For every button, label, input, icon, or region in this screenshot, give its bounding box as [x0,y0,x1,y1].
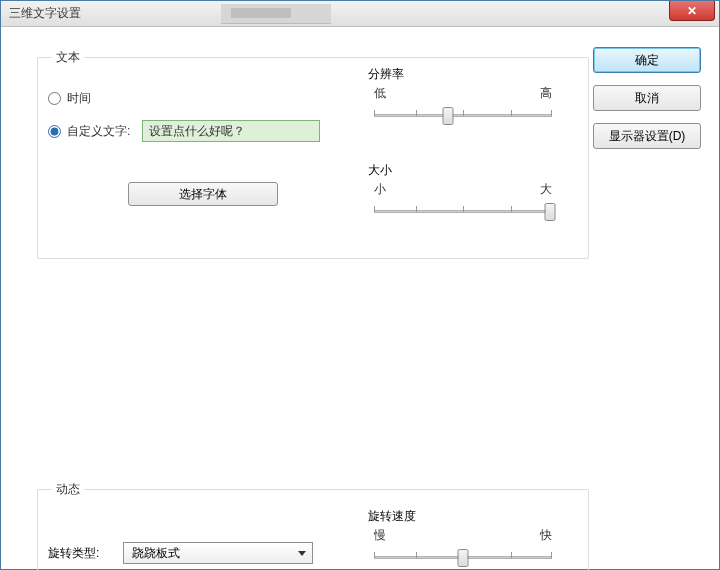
speed-slider[interactable] [368,544,558,570]
resolution-slider[interactable] [368,102,558,130]
radio-custom-text-label: 自定义文字: [67,123,130,140]
custom-text-input[interactable] [142,120,320,142]
close-icon: ✕ [687,4,697,18]
speed-slow-label: 慢 [374,527,386,544]
resolution-high-label: 高 [540,85,552,102]
spin-type-combobox[interactable]: 跷跷板式 [123,542,313,564]
choose-font-button[interactable]: 选择字体 [128,182,278,206]
dialog-window: 三维文字设置 ✕ 确定 取消 显示器设置(D) 文本 时间 自定义文 [0,0,720,570]
chevron-down-icon [298,551,306,556]
speed-title: 旋转速度 [368,508,558,525]
speed-slider-thumb[interactable] [458,549,469,567]
radio-time-input[interactable] [48,92,61,105]
speed-slider-block: 旋转速度 慢 快 [368,508,558,570]
spin-type-label: 旋转类型: [48,545,99,562]
size-title: 大小 [368,162,558,179]
radio-time[interactable]: 时间 [48,90,91,107]
resolution-title: 分辨率 [368,66,558,83]
resolution-slider-block: 分辨率 低 高 [368,66,558,130]
group-text-legend: 文本 [52,49,84,66]
radio-custom-text[interactable]: 自定义文字: [48,123,130,140]
size-small-label: 小 [374,181,386,198]
resolution-low-label: 低 [374,85,386,102]
size-slider-thumb[interactable] [545,203,556,221]
group-motion-legend: 动态 [52,481,84,498]
right-button-column: 确定 取消 显示器设置(D) [593,47,701,149]
ok-button[interactable]: 确定 [593,47,701,73]
cancel-button[interactable]: 取消 [593,85,701,111]
size-slider-block: 大小 小 大 [368,162,558,226]
client-area: 确定 取消 显示器设置(D) 文本 时间 自定义文字: 选择字体 [1,27,719,569]
radio-custom-text-input[interactable] [48,125,61,138]
speed-fast-label: 快 [540,527,552,544]
group-text: 文本 时间 自定义文字: 选择字体 分辨率 [37,49,589,259]
resolution-slider-thumb[interactable] [442,107,453,125]
group-motion: 动态 旋转类型: 跷跷板式 旋转速度 慢 快 [37,481,589,570]
close-button[interactable]: ✕ [669,1,715,21]
display-settings-button[interactable]: 显示器设置(D) [593,123,701,149]
background-tab [221,4,331,24]
window-title: 三维文字设置 [9,5,81,22]
radio-time-label: 时间 [67,90,91,107]
size-slider[interactable] [368,198,558,226]
spin-type-value: 跷跷板式 [132,545,180,562]
titlebar: 三维文字设置 ✕ [1,1,719,27]
size-large-label: 大 [540,181,552,198]
